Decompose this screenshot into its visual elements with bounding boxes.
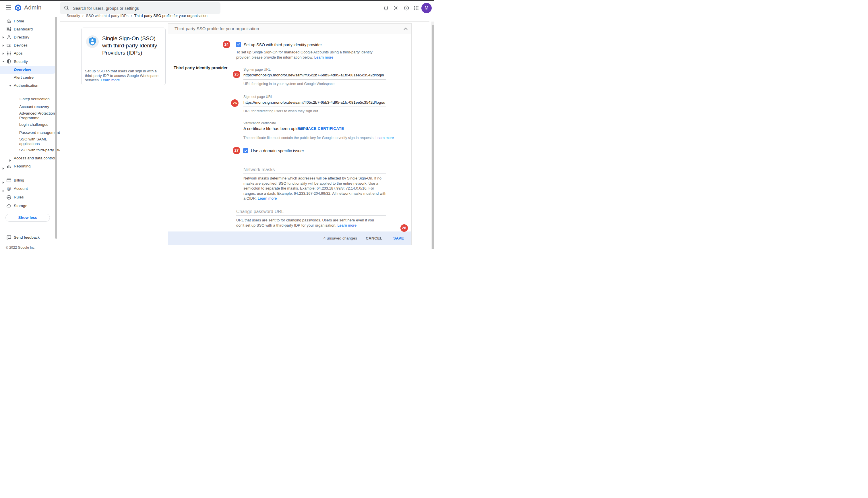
input-underline bbox=[243, 107, 386, 107]
sidebar-item-dashboard[interactable]: Dashboard bbox=[14, 26, 33, 32]
svg-text:@: @ bbox=[6, 186, 11, 191]
domain-specific-issuer-label[interactable]: Use a domain-specific issuer bbox=[251, 148, 304, 153]
bell-icon[interactable] bbox=[383, 5, 389, 11]
annotation-badge-28: 28 bbox=[401, 224, 408, 232]
collapse-arrow-icon[interactable] bbox=[2, 61, 4, 62]
panel-header[interactable]: Third-party SSO profile for your organis… bbox=[168, 24, 411, 34]
expand-arrow-icon[interactable] bbox=[3, 53, 4, 55]
search-box[interactable] bbox=[60, 2, 220, 14]
expand-arrow-icon[interactable] bbox=[3, 190, 4, 192]
provider-description-text: To set up Single Sign-On for managed Goo… bbox=[236, 50, 372, 60]
copyright-text: © 2022 Google Inc. bbox=[6, 246, 36, 249]
replace-certificate-button[interactable]: REPLACE CERTIFICATE bbox=[297, 126, 344, 131]
menu-icon[interactable] bbox=[6, 5, 11, 10]
shield-icon bbox=[6, 59, 12, 64]
admin-logo-icon bbox=[14, 4, 22, 12]
sidebar-item-advanced-protection[interactable]: Advanced Protection Programme bbox=[19, 111, 55, 120]
learn-more-link[interactable]: Learn more bbox=[258, 196, 277, 200]
dashboard-icon bbox=[6, 26, 12, 31]
collapse-arrow-icon[interactable] bbox=[9, 85, 12, 87]
network-masks-helper: Network masks determine which addresses … bbox=[243, 176, 387, 201]
app-bar: Admin ? M bbox=[0, 1, 434, 15]
sidebar-item-billing[interactable]: Billing bbox=[14, 178, 24, 183]
info-card-description: Set up SSO so that users can sign in wit… bbox=[85, 69, 160, 82]
sidebar-item-directory[interactable]: Directory bbox=[14, 35, 29, 40]
sidebar-item-sso-saml[interactable]: SSO with SAML applications bbox=[19, 137, 52, 146]
domain-specific-issuer-checkbox[interactable] bbox=[243, 148, 248, 153]
expand-arrow-icon[interactable] bbox=[3, 182, 4, 184]
learn-more-link[interactable]: Learn more bbox=[101, 78, 120, 82]
apps-icon bbox=[6, 51, 12, 56]
cancel-button[interactable]: CANCEL bbox=[366, 236, 382, 240]
admin-console-screen: Admin ? M bbox=[0, 0, 434, 249]
input-underline bbox=[243, 173, 386, 174]
change-password-url-input[interactable]: Change password URL bbox=[236, 209, 284, 214]
certificate-helper-text: The certificate file must contain the pu… bbox=[243, 136, 376, 140]
network-masks-input[interactable]: Network masks bbox=[243, 167, 275, 172]
expand-arrow-icon[interactable] bbox=[3, 168, 4, 170]
shield-person-icon bbox=[86, 35, 99, 48]
sidebar-item-rules[interactable]: Rules bbox=[14, 194, 24, 200]
input-underline bbox=[243, 79, 386, 80]
sidebar-item-security[interactable]: Security bbox=[14, 59, 28, 65]
sidebar-item-password-management[interactable]: Password management bbox=[19, 130, 60, 135]
sign-in-url-helper: URL for signing in to your system and Go… bbox=[243, 82, 335, 86]
expand-arrow-icon[interactable] bbox=[3, 44, 4, 47]
breadcrumb-current-page: Third-party SSO profile for your organis… bbox=[134, 13, 207, 18]
sidebar-item-account-recovery[interactable]: Account recovery bbox=[19, 104, 49, 110]
sign-out-url-input[interactable]: https://monosign.monofor.dev/saml/ff05c2… bbox=[243, 100, 386, 105]
page-scrollbar[interactable] bbox=[432, 25, 434, 249]
feedback-icon bbox=[6, 235, 12, 240]
expand-arrow-icon[interactable] bbox=[10, 159, 11, 162]
apps-grid-icon[interactable] bbox=[413, 5, 419, 11]
sidebar-nav: Home Dashboard Directory Devices Apps Se… bbox=[0, 15, 60, 249]
sidebar-item-access-data-control[interactable]: Access and data control bbox=[14, 155, 55, 161]
setup-sso-checkbox-label[interactable]: Set up SSO with third-party identity pro… bbox=[244, 42, 322, 47]
breadcrumb: Security›SSO with third-party IDPs›Third… bbox=[67, 13, 207, 18]
devices-icon bbox=[6, 43, 12, 48]
sign-in-url-input[interactable]: https://monosign.monofor.dev/saml/ff05c2… bbox=[243, 73, 386, 77]
credit-card-icon bbox=[6, 178, 12, 183]
sidebar-item-devices[interactable]: Devices bbox=[14, 42, 28, 48]
save-button[interactable]: SAVE bbox=[393, 236, 404, 240]
sidebar-item-account[interactable]: Account bbox=[14, 186, 28, 192]
setup-sso-checkbox[interactable] bbox=[236, 42, 241, 47]
sidebar-item-home[interactable]: Home bbox=[14, 18, 24, 24]
chevron-up-icon[interactable] bbox=[404, 27, 408, 30]
search-icon bbox=[64, 5, 69, 11]
search-input[interactable] bbox=[72, 2, 217, 15]
learn-more-link[interactable]: Learn more bbox=[314, 55, 333, 60]
person-icon bbox=[6, 35, 12, 40]
divider bbox=[60, 21, 430, 22]
sidebar-item-authentication[interactable]: Authentication bbox=[14, 83, 39, 89]
provider-row-label: Third-party identity provider bbox=[174, 65, 227, 70]
sidebar-item-overview[interactable]: Overview bbox=[14, 67, 31, 73]
info-card-title: Single Sign-On (SSO) with third-party Id… bbox=[102, 35, 160, 56]
sidebar-scrollbar[interactable] bbox=[55, 17, 57, 239]
verification-certificate-label: Verification certificate bbox=[243, 121, 276, 125]
expand-arrow-icon[interactable] bbox=[3, 36, 4, 39]
annotation-badge-27: 27 bbox=[233, 147, 240, 154]
learn-more-link[interactable]: Learn more bbox=[337, 223, 356, 227]
avatar[interactable]: M bbox=[421, 3, 432, 13]
help-icon[interactable]: ? bbox=[404, 5, 409, 11]
learn-more-link[interactable]: Learn more bbox=[376, 136, 394, 140]
sidebar-item-apps[interactable]: Apps bbox=[14, 51, 23, 56]
send-feedback-button[interactable]: Send feedback bbox=[14, 235, 40, 240]
sidebar-item-storage[interactable]: Storage bbox=[14, 203, 27, 209]
breadcrumb-security[interactable]: Security bbox=[67, 13, 80, 18]
sidebar-item-2-step-verification[interactable]: 2-step verification bbox=[19, 96, 50, 102]
unsaved-changes-text: 4 unsaved changes bbox=[324, 236, 357, 240]
sidebar-item-reporting[interactable]: Reporting bbox=[14, 163, 31, 169]
sidebar-item-login-challenges[interactable]: Login challenges bbox=[19, 122, 48, 128]
sidebar-item-sso-third-party-idp[interactable]: SSO with third-party IdP bbox=[19, 147, 60, 153]
hourglass-icon[interactable] bbox=[393, 5, 399, 11]
sso-profile-panel: Third-party SSO profile for your organis… bbox=[168, 23, 411, 245]
breadcrumb-separator: › bbox=[131, 13, 132, 18]
sidebar-item-alert-centre[interactable]: Alert centre bbox=[14, 75, 33, 80]
divider bbox=[82, 66, 165, 66]
provider-description: To set up Single Sign-On for managed Goo… bbox=[236, 50, 381, 60]
breadcrumb-sso-idps[interactable]: SSO with third-party IDPs bbox=[86, 13, 128, 18]
input-underline bbox=[236, 215, 386, 216]
show-less-button[interactable]: Show less bbox=[5, 214, 50, 222]
